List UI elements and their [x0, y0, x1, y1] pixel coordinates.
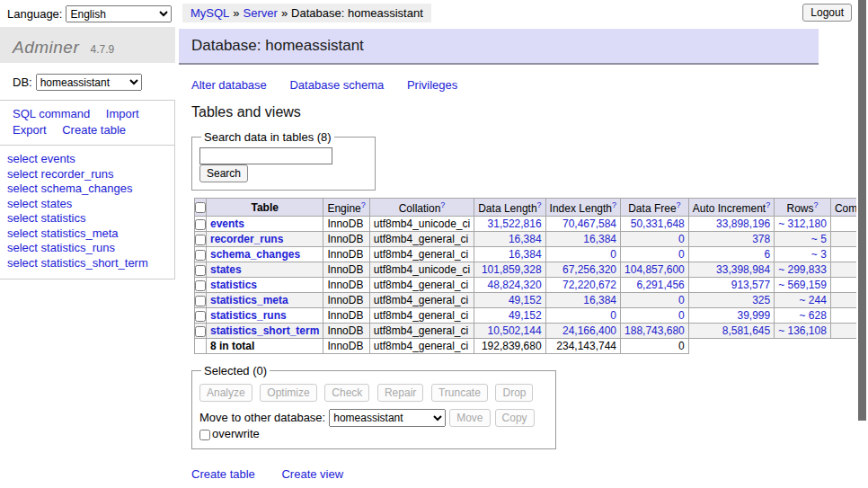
- table-link[interactable]: schema_changes: [210, 248, 300, 261]
- move-button[interactable]: Move: [449, 409, 490, 427]
- data-free-link[interactable]: 188,743,680: [624, 324, 685, 337]
- data-free-link[interactable]: 0: [678, 309, 685, 322]
- index-length-link[interactable]: 16,384: [583, 233, 616, 245]
- table-link[interactable]: recorder_runs: [210, 233, 283, 245]
- auto-increment-link[interactable]: 6: [764, 248, 770, 261]
- select-all-checkbox[interactable]: [195, 202, 206, 213]
- database-schema-link[interactable]: Database schema: [289, 78, 384, 92]
- auto-increment-help-link[interactable]: ?: [766, 200, 770, 209]
- truncate-button[interactable]: Truncate: [431, 384, 488, 402]
- move-database-select[interactable]: homeassistant: [329, 409, 446, 427]
- auto-increment-link[interactable]: 325: [752, 294, 770, 306]
- auto-increment-link[interactable]: 378: [752, 233, 770, 245]
- breadcrumb-server-link[interactable]: Server: [244, 6, 278, 20]
- table-link[interactable]: statistics_short_term: [210, 324, 319, 337]
- index-length-link[interactable]: 0: [610, 248, 616, 261]
- import-link[interactable]: Import: [106, 107, 139, 120]
- rows-link[interactable]: ~ 628: [800, 309, 827, 322]
- rows-link[interactable]: ~ 5: [811, 233, 827, 245]
- table-link[interactable]: statistics: [210, 279, 257, 291]
- data-free-help-link[interactable]: ?: [677, 200, 681, 209]
- create-table-link-sidebar[interactable]: Create table: [62, 123, 126, 137]
- data-length-link[interactable]: 10,502,144: [488, 324, 542, 337]
- rows-link[interactable]: ~ 312,180: [778, 217, 827, 230]
- overwrite-checkbox[interactable]: [199, 430, 210, 440]
- engine-help-link[interactable]: ?: [361, 200, 366, 209]
- auto-increment-link[interactable]: 913,577: [731, 279, 770, 291]
- auto-increment-link[interactable]: 33,898,196: [716, 217, 770, 230]
- sidebar-item-select-states[interactable]: select states: [7, 197, 174, 212]
- table-link[interactable]: statistics_meta: [210, 294, 288, 306]
- data-free-link[interactable]: 0: [678, 248, 685, 261]
- data-length-link[interactable]: 49,152: [509, 309, 542, 322]
- sidebar-item-select-statistics[interactable]: select statistics: [7, 211, 174, 226]
- row-checkbox[interactable]: [195, 235, 206, 245]
- sidebar-item-select-statistics-runs[interactable]: select statistics_runs: [7, 241, 174, 256]
- index-length-link[interactable]: 24,166,400: [562, 324, 616, 337]
- data-length-link[interactable]: 48,824,320: [488, 279, 542, 291]
- data-free-link[interactable]: 0: [678, 294, 685, 306]
- sidebar-item-select-schema-changes[interactable]: select schema_changes: [7, 182, 174, 197]
- rows-link[interactable]: ~ 569,159: [778, 279, 827, 291]
- data-free-link[interactable]: 50,331,648: [631, 217, 685, 230]
- data-length-link[interactable]: 49,152: [509, 294, 542, 306]
- data-length-link[interactable]: 101,859,328: [482, 263, 542, 276]
- data-length-help-link[interactable]: ?: [537, 200, 542, 209]
- auto-increment-link[interactable]: 33,398,984: [716, 263, 770, 276]
- table-link[interactable]: statistics_runs: [210, 309, 287, 322]
- row-checkbox[interactable]: [195, 219, 206, 230]
- optimize-button[interactable]: Optimize: [260, 384, 316, 402]
- data-length-link[interactable]: 31,522,816: [488, 217, 542, 230]
- index-length-link[interactable]: 72,220,672: [562, 279, 616, 291]
- row-checkbox[interactable]: [195, 265, 206, 276]
- index-length-link[interactable]: 16,384: [583, 294, 616, 306]
- data-length-link[interactable]: 16,384: [509, 248, 542, 261]
- create-view-link[interactable]: Create view: [281, 467, 343, 481]
- collation-help-link[interactable]: ?: [440, 200, 445, 209]
- sidebar-item-select-statistics-meta[interactable]: select statistics_meta: [7, 226, 174, 242]
- sidebar-item-select-statistics-short-term[interactable]: select statistics_short_term: [7, 256, 174, 271]
- auto-increment-link[interactable]: 39,999: [737, 309, 770, 322]
- rows-link[interactable]: ~ 299,833: [778, 263, 827, 276]
- scrollbar-thumb[interactable]: [858, 0, 866, 421]
- data-free-link[interactable]: 104,857,600: [624, 263, 685, 276]
- rows-link[interactable]: ~ 3: [811, 248, 827, 261]
- search-input[interactable]: [199, 147, 332, 164]
- privileges-link[interactable]: Privileges: [407, 78, 457, 92]
- check-button[interactable]: Check: [324, 384, 369, 402]
- sidebar-item-select-recorder-runs[interactable]: select recorder_runs: [7, 167, 174, 182]
- index-length-link[interactable]: 70,467,584: [562, 217, 616, 230]
- index-length-help-link[interactable]: ?: [612, 200, 616, 209]
- copy-button[interactable]: Copy: [495, 409, 535, 427]
- cell-data-free: 0: [621, 247, 689, 262]
- breadcrumb-mysql-link[interactable]: MySQL: [190, 6, 229, 20]
- row-checkbox[interactable]: [195, 326, 206, 337]
- search-button[interactable]: Search: [199, 164, 248, 182]
- analyze-button[interactable]: Analyze: [199, 384, 252, 402]
- create-table-link[interactable]: Create table: [191, 467, 255, 481]
- data-free-link[interactable]: 6,291,456: [636, 279, 684, 291]
- row-checkbox[interactable]: [195, 296, 206, 306]
- index-length-link[interactable]: 67,256,320: [562, 263, 616, 276]
- alter-database-link[interactable]: Alter database: [191, 78, 267, 92]
- row-checkbox[interactable]: [195, 311, 206, 322]
- rows-help-link[interactable]: ?: [814, 200, 819, 209]
- row-checkbox[interactable]: [195, 280, 206, 291]
- language-select[interactable]: English: [66, 5, 172, 22]
- rows-link[interactable]: ~ 136,108: [778, 324, 827, 337]
- data-free-link[interactable]: 0: [678, 233, 685, 245]
- table-link[interactable]: events: [210, 217, 244, 230]
- drop-button[interactable]: Drop: [495, 384, 533, 402]
- sidebar-item-select-events[interactable]: select events: [7, 152, 174, 167]
- row-checkbox[interactable]: [195, 250, 206, 261]
- index-length-link[interactable]: 0: [610, 309, 616, 322]
- app-version: 4.7.9: [90, 43, 114, 56]
- export-link[interactable]: Export: [13, 123, 47, 137]
- rows-link[interactable]: ~ 244: [800, 294, 827, 306]
- repair-button[interactable]: Repair: [377, 384, 423, 402]
- data-length-link[interactable]: 16,384: [509, 233, 542, 245]
- sql-command-link[interactable]: SQL command: [13, 107, 90, 120]
- auto-increment-link[interactable]: 8,581,645: [722, 324, 770, 337]
- db-select[interactable]: homeassistant: [36, 74, 142, 91]
- table-link[interactable]: states: [210, 263, 242, 276]
